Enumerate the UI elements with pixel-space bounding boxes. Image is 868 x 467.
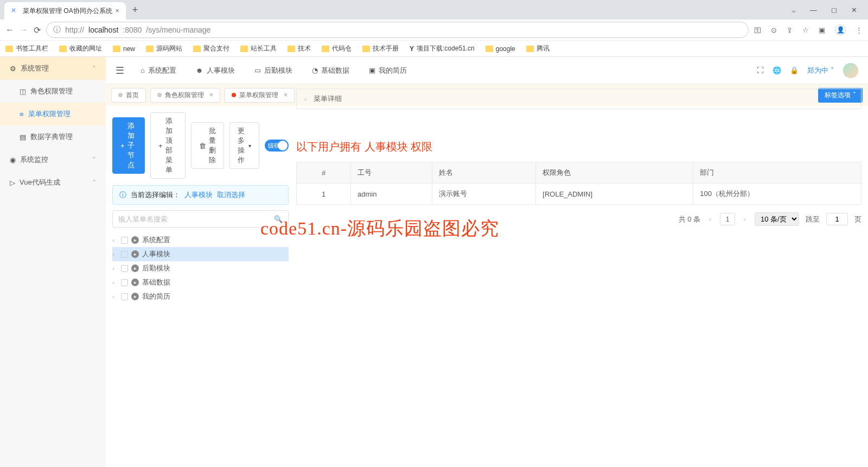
bookmark-bar: 书签工具栏 收藏的网址 new 源码网站 聚合支付 站长工具 技术 代码仓 技术…	[0, 40, 868, 56]
add-child-button[interactable]: +添加子节点	[112, 117, 145, 174]
topnav-basedata[interactable]: ◔基础数据	[312, 66, 349, 75]
browser-tab[interactable]: ✕ 菜单权限管理 OA协同办公系统 ×	[4, 2, 126, 20]
expand-icon[interactable]: ›	[112, 265, 118, 272]
topnav-resume[interactable]: ▣我的简历	[369, 66, 407, 75]
share-icon[interactable]: ⇪	[787, 26, 793, 34]
sidebar-group-label: 系统管理	[21, 64, 49, 73]
site-info-icon[interactable]: ⓘ	[53, 25, 61, 35]
pager-next[interactable]: ›	[742, 215, 748, 223]
search-input[interactable]	[118, 215, 274, 223]
pager-jump-input[interactable]	[826, 213, 848, 225]
url-port: :8080	[123, 26, 142, 34]
bookmark-item[interactable]: 聚合支付	[193, 44, 229, 53]
tree-node[interactable]: ›▸后勤模块	[112, 261, 289, 275]
sidebar-group-vue-codegen[interactable]: ▷ Vue代码生成 ˅	[0, 171, 106, 194]
tree-node[interactable]: ›▸基础数据	[112, 275, 289, 289]
username-dropdown[interactable]: 郑为中 ˅	[807, 66, 834, 75]
menu-search-box[interactable]: 🔍	[112, 210, 289, 228]
url-bar[interactable]: ⓘ http://localhost:8080/sys/menu-manage	[46, 22, 749, 38]
search-nav-icon[interactable]: ⊙	[771, 26, 777, 34]
close-window-icon[interactable]: ✕	[851, 6, 857, 14]
bookmark-item[interactable]: 站长工具	[240, 44, 277, 53]
sidebar-group-label: Vue代码生成	[20, 178, 60, 187]
maximize-icon[interactable]: ◻	[831, 6, 837, 14]
bookmark-item[interactable]: 书签工具栏	[5, 44, 48, 53]
checkbox[interactable]	[121, 265, 128, 272]
table-row[interactable]: 1 admin 演示账号 [ROLE_ADMIN] 100（杭州分部）	[297, 184, 861, 205]
page-tab-menu[interactable]: 菜单权限管理×	[225, 88, 295, 103]
pager-size-select[interactable]: 10 条/页	[755, 212, 799, 226]
bookmark-item[interactable]: 腾讯	[526, 44, 550, 53]
node-icon: ▸	[131, 279, 139, 286]
pager-page-suffix: 页	[854, 214, 861, 224]
globe-icon[interactable]: 🌐	[773, 66, 781, 74]
more-actions-button[interactable]: 更多操作▾	[229, 122, 259, 169]
tab-close-icon[interactable]: ×	[209, 91, 213, 99]
bookmark-item[interactable]: 收藏的网址	[59, 44, 102, 53]
permission-note: 以下用户拥有 人事模块 权限	[296, 140, 861, 154]
bulk-delete-button[interactable]: 🗑批量删除	[191, 122, 224, 169]
menu-icon[interactable]: ⋮	[856, 26, 863, 34]
key-icon[interactable]: ⚿	[754, 26, 761, 34]
sidebar-item-dict-manage[interactable]: ▤数据字典管理	[0, 125, 106, 148]
dropdown-icon[interactable]: ⌵	[792, 6, 796, 14]
topnav-hr[interactable]: ☻人事模块	[196, 66, 235, 75]
checkbox[interactable]	[121, 251, 128, 258]
chevron-down-icon: ▾	[248, 143, 251, 149]
sidebar-item-menu-manage[interactable]: ≡菜单权限管理	[0, 103, 106, 125]
forward-button[interactable]: →	[20, 25, 28, 35]
topnav-logistics[interactable]: ▭后勤模块	[254, 66, 292, 75]
page-tab-role[interactable]: 角色权限管理×	[150, 88, 220, 103]
tree-node[interactable]: ›▸我的简历	[112, 289, 289, 304]
hamburger-icon[interactable]: ☰	[116, 65, 124, 77]
data-icon: ◔	[312, 66, 318, 74]
bookmark-item[interactable]: google	[486, 45, 515, 53]
bookmark-item[interactable]: new	[113, 45, 135, 53]
bookmark-item[interactable]: 源码网站	[146, 44, 182, 53]
tab-dot-icon	[118, 93, 123, 97]
topnav-system-config[interactable]: ⌂系统配置	[141, 66, 176, 75]
avatar[interactable]	[843, 63, 858, 78]
checkbox[interactable]	[121, 279, 128, 286]
profile-icon[interactable]: 👤	[835, 24, 846, 35]
sidebar-group-system-monitor[interactable]: ◉ 系统监控 ˅	[0, 148, 106, 171]
pager-prev[interactable]: ‹	[707, 215, 713, 223]
pager-page[interactable]: 1	[720, 213, 735, 225]
bookmark-item[interactable]: Y项目下载:code51.cn	[410, 44, 475, 53]
lock-icon[interactable]: 🔒	[790, 66, 799, 74]
expand-icon[interactable]: ›	[112, 279, 118, 286]
tree-node[interactable]: ›▸系统配置	[112, 233, 289, 247]
expand-icon[interactable]: ›	[112, 251, 118, 257]
star-icon[interactable]: ☆	[802, 26, 809, 34]
tree-node[interactable]: ›▸人事模块	[112, 247, 289, 261]
minimize-icon[interactable]: —	[810, 6, 817, 14]
fullscreen-icon[interactable]: ⛶	[757, 66, 764, 74]
code-icon: ▷	[10, 179, 15, 187]
detail-panel-header[interactable]: › 菜单详细	[296, 89, 861, 109]
search-icon[interactable]: 🔍	[274, 215, 283, 223]
new-tab-button[interactable]: +	[132, 4, 138, 16]
expand-icon[interactable]: ›	[112, 237, 118, 243]
info-prefix: 当前选择编辑：	[131, 190, 180, 200]
tab-close-icon[interactable]: ×	[284, 91, 288, 99]
page-tab-home[interactable]: 首页	[111, 88, 146, 103]
cancel-selection-link[interactable]: 取消选择	[217, 190, 245, 200]
back-button[interactable]: ←	[5, 25, 14, 35]
extensions-icon[interactable]: ▣	[819, 26, 825, 34]
sidebar-item-role-manage[interactable]: ◫角色权限管理	[0, 80, 106, 103]
tab-close-icon[interactable]: ×	[116, 7, 119, 15]
checkbox[interactable]	[121, 293, 128, 300]
checkbox[interactable]	[121, 237, 128, 244]
trash-icon: 🗑	[199, 142, 206, 150]
expand-icon[interactable]: ›	[112, 293, 118, 300]
bookmark-item[interactable]: 代码仓	[322, 44, 352, 53]
cascade-toggle[interactable]: 级联	[265, 140, 289, 152]
reload-button[interactable]: ⟳	[34, 25, 41, 35]
sidebar-group-label: 系统监控	[20, 155, 48, 165]
bookmark-item[interactable]: 技术手册	[362, 44, 399, 53]
info-selected[interactable]: 人事模块	[184, 190, 213, 200]
add-top-button[interactable]: +添加顶部菜单	[150, 112, 186, 179]
bookmark-item[interactable]: 技术	[288, 44, 311, 53]
plus-icon: +	[158, 142, 163, 150]
sidebar-group-system-manage[interactable]: ⚙ 系统管理 ˄	[0, 57, 106, 80]
